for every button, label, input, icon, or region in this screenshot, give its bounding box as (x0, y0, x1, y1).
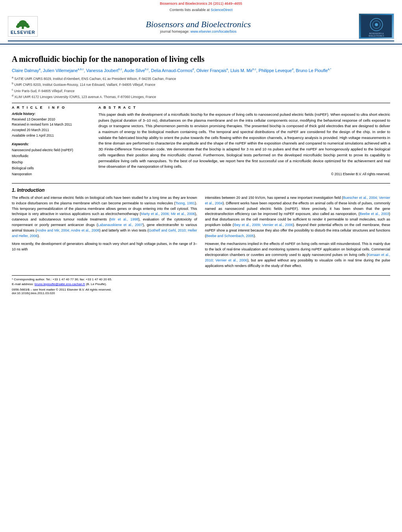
andre-ref[interactable]: Andre and Mir, 2004; Andre et al., 2008 (37, 228, 99, 232)
tsong-ref[interactable]: Tsong, 1991 (175, 201, 195, 205)
beebe-sch-ref[interactable]: Beebe and Schoenbach, 2005 (206, 234, 254, 238)
authors-text: Claire Dalmaya, Julien Villemejanea,b,c,… (12, 68, 331, 73)
article-info-header: A R T I C L E I N F O (12, 106, 91, 109)
email-link[interactable]: bruno.lepioufle@satie.ens-cachan.fr (35, 282, 85, 286)
section-1: 1. Introduction The effects of short and… (12, 187, 390, 271)
footer-ids: 0956-5663/$ – see front matter © 2011 El… (12, 288, 390, 295)
affiliations: a SATIE UMR CNRS 8029, Institut d'Alembe… (12, 76, 390, 100)
header-main: ELSEVIER Biosensors and Bioelectronics j… (0, 13, 402, 39)
article-info-col: A R T I C L E I N F O Article history: R… (12, 106, 91, 178)
doi-line: doi:10.1016/j.bios.2011.03.020 (12, 291, 390, 295)
lab-ref[interactable]: Labanauskiene et al., 2007 (98, 223, 143, 227)
contents-text: Contents lists available at (169, 8, 209, 12)
page-wrapper: Biosensors and Bioelectronics 26 (2011) … (0, 0, 402, 532)
svg-point-9 (375, 23, 378, 26)
affil-b: b UMR CNRS 8203, Institut Gustave-Roussy… (12, 82, 390, 87)
issn-line: 0956-5663/$ – see front matter © 2011 El… (12, 288, 390, 291)
elsevier-logo-box: ELSEVIER (8, 16, 38, 37)
journal-title: Biosensors and Bioelectronics (42, 19, 355, 30)
intro-para-3: intensities between 20 and 150 kV/cm, ha… (205, 195, 391, 239)
section-1-col2: intensities between 20 and 150 kV/cm, ha… (205, 195, 391, 271)
section-1-columns: The effects of short and intense electri… (12, 195, 390, 271)
keyword-2: Microfluidic (12, 153, 91, 159)
marty-ref[interactable]: Marty et al., 2006; Mir et al., 2006 (141, 212, 195, 216)
journal-homepage: journal homepage: www.elsevier.com/locat… (42, 30, 355, 33)
intro-para-4: However, the mechanisms implied in the e… (205, 241, 391, 269)
section-1-col1: The effects of short and intense electri… (12, 195, 197, 271)
affil-c: c Univ Paris-Sud, F-94805 Villejuif, Fra… (12, 88, 390, 94)
kenaan-ref[interactable]: Kenaan et al., 2010; Vernier et al., 200… (205, 253, 391, 262)
abstract-copyright: © 2011 Elsevier B.V. All rights reserved… (98, 172, 390, 176)
article-title: A microfluidic biochip for the nanoporat… (12, 54, 390, 64)
keyword-1: Nanosecond pulsed electric field (nsPEF) (12, 147, 91, 153)
journal-cover-image: BIOSENSORS & BIOELECTRONICS (359, 13, 394, 39)
elsevier-tree-icon (13, 18, 33, 30)
abstract-col: A B S T R A C T This paper deals with th… (98, 106, 390, 178)
article-container: A microfluidic biochip for the nanoporat… (0, 44, 402, 303)
journal-ref-text: Biosensors and Bioelectronics 26 (2011) … (160, 2, 242, 6)
svg-point-4 (16, 25, 20, 28)
keyword-5: Nanoporation (12, 171, 91, 177)
affil-d: d XLIM UMR 6172 Limoges University /CNRS… (12, 94, 390, 100)
svg-point-5 (26, 25, 30, 28)
received-revised-date: Received in revised form 14 March 2011 (12, 122, 91, 128)
svg-text:BIOELECTRONICS: BIOELECTRONICS (369, 35, 384, 37)
buescher-ref[interactable]: Buescher et al., 2004; Vernier et al., 2… (205, 196, 391, 205)
corresponding-note: * Corresponding author. Tel.: +33 1 47 4… (12, 277, 390, 282)
journal-title-center: Biosensors and Bioelectronics journal ho… (42, 19, 355, 33)
elsevier-wordmark: ELSEVIER (11, 30, 35, 35)
keyword-3: Biochip (12, 159, 91, 165)
email-note: E-mail address: bruno.lepioufle@satie.en… (12, 282, 390, 287)
intro-para-2: More recently, the development of genera… (12, 241, 197, 252)
journal-ref-bar: Biosensors and Bioelectronics 26 (2011) … (0, 0, 402, 6)
history-label: Article history: (12, 112, 91, 116)
journal-header: Biosensors and Bioelectronics 26 (2011) … (0, 0, 402, 44)
accepted-date: Accepted 20 March 2011 (12, 128, 91, 133)
section-1-title: 1. Introduction (12, 187, 390, 193)
received-date: Received 13 December 2010 (12, 117, 91, 122)
keywords-label: Keywords: (12, 142, 91, 146)
journal-nav: Contents lists available at ScienceDirec… (0, 6, 402, 13)
intro-para-1: The effects of short and intense electri… (12, 195, 197, 239)
svg-text:BIOSENSORS &: BIOSENSORS & (369, 33, 384, 35)
available-date: Available online 1 April 2011 (12, 133, 91, 139)
authors-line: Claire Dalmaya, Julien Villemejanea,b,c,… (12, 67, 390, 74)
footer-section: * Corresponding author. Tel.: +33 1 47 4… (12, 275, 390, 295)
sciencedirect-link[interactable]: ScienceDirect (211, 8, 233, 12)
header-divider (8, 41, 394, 41)
homepage-link[interactable]: www.elsevier.com/locate/bios (191, 30, 237, 33)
mir-ref[interactable]: Mir et al., 1998 (111, 217, 139, 221)
beebe-ref[interactable]: Beebe et al., 2003 (359, 212, 389, 216)
abstract-header: A B S T R A C T (98, 106, 390, 109)
body-divider (12, 183, 390, 184)
section-divider-1 (12, 103, 390, 103)
info-abstract-columns: A R T I C L E I N F O Article history: R… (12, 106, 390, 178)
ibey-ref[interactable]: Ibey et al., 2009; Vernier et al., 2006 (234, 223, 293, 227)
cover-image-svg: BIOSENSORS & BIOELECTRONICS (361, 15, 392, 37)
abstract-text: This paper deals with the development of… (98, 112, 390, 170)
keyword-4: Biological cells (12, 165, 91, 171)
affil-a: a SATIE UMR CNRS 8029, Institut d'Alembe… (12, 76, 390, 82)
